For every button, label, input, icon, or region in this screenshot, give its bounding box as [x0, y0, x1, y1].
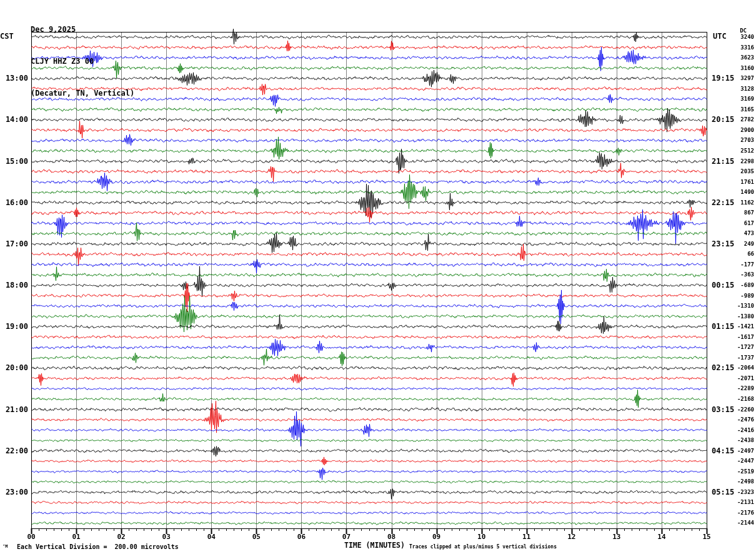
- dc-offset-value: -1421: [719, 321, 754, 332]
- clipping-note: Traces clipped at plus/minus 5 vertical …: [409, 544, 557, 550]
- dc-offset-value: 2703: [719, 135, 754, 146]
- cst-hour-label: 13:00: [0, 73, 28, 84]
- title-date: Dec 9,2025: [31, 24, 134, 35]
- vertical-division-note: Each Vertical Division = 200.00 microvol…: [17, 543, 179, 550]
- x-tick-label: 12: [560, 533, 583, 541]
- helicorder-page: { "title": { "date": "Dec 9,2025", "stat…: [0, 0, 756, 554]
- dc-offset-value: 2900: [719, 125, 754, 136]
- dc-offset-value: 2782: [719, 114, 754, 125]
- dc-offset-value: 3160: [719, 63, 754, 74]
- x-tick-label: 07: [335, 533, 357, 541]
- dc-offset-value: -2260: [719, 405, 754, 415]
- dc-offset-value: -2447: [719, 456, 754, 466]
- cst-hour-label: 17:00: [0, 239, 28, 249]
- dc-offset-value: -2176: [719, 508, 754, 518]
- cst-hour-label: 16:00: [0, 198, 28, 208]
- dc-offset-value: -2144: [719, 518, 754, 528]
- x-tick-label: 02: [110, 533, 132, 541]
- dc-offset-value: -2131: [719, 497, 754, 508]
- dc-offset-value: -2323: [719, 487, 754, 498]
- cst-hour-label: 19:00: [0, 321, 28, 332]
- dc-offset-value: 1490: [719, 187, 754, 198]
- cst-hour-label: 15:00: [0, 156, 28, 167]
- dc-offset-value: -2064: [719, 363, 754, 373]
- dc-offset-value: 2512: [719, 146, 754, 156]
- dc-offset-value: 867: [719, 208, 754, 218]
- cst-hour-label: 23:00: [0, 487, 28, 498]
- left-axis-header: CST: [0, 32, 14, 41]
- x-tick-label: 09: [425, 533, 448, 541]
- x-tick-label: 15: [695, 533, 718, 541]
- x-tick-label: 01: [65, 533, 87, 541]
- dc-offset-value: -1310: [719, 301, 754, 311]
- dc-offset-value: 617: [719, 218, 754, 229]
- dc-offset-value: -2498: [719, 476, 754, 487]
- dc-offset-value: -2519: [719, 466, 754, 477]
- x-tick-label: 00: [20, 533, 42, 541]
- dc-offset-value: 3169: [719, 94, 754, 104]
- dc-offset-value: -2416: [719, 425, 754, 436]
- dc-offset-value: -2289: [719, 383, 754, 394]
- dc-offset-value: -1737: [719, 353, 754, 363]
- dc-offset-value: 3297: [719, 73, 754, 84]
- x-tick-label: 08: [380, 533, 403, 541]
- dc-offset-value: 2298: [719, 156, 754, 167]
- dc-offset-value: -363: [719, 269, 754, 280]
- dc-offset-value: 1162: [719, 198, 754, 208]
- dc-offset-value: -2071: [719, 373, 754, 384]
- dc-offset-value: -1380: [719, 311, 754, 322]
- dc-offset-value: 3316: [719, 43, 754, 53]
- dc-offset-value: -2168: [719, 394, 754, 405]
- cst-hour-label: 20:00: [0, 363, 28, 373]
- x-axis-label: TIME (MINUTES): [344, 541, 405, 550]
- dc-offset-value: 473: [719, 228, 754, 239]
- cst-hour-label: 14:00: [0, 114, 28, 125]
- dc-offset-value: -2438: [719, 435, 754, 446]
- dc-offset-value: -177: [719, 259, 754, 270]
- dc-offset-value: 66: [719, 249, 754, 259]
- dc-offset-value: -689: [719, 280, 754, 291]
- dc-offset-value: 3165: [719, 104, 754, 115]
- dc-offset-value: 3240: [719, 32, 754, 43]
- cst-hour-label: 18:00: [0, 280, 28, 291]
- plot-title: Dec 9,2025 CLJY HHZ Z3 00 (Decatur, TN, …: [31, 3, 134, 109]
- dc-offset-value: 1761: [719, 177, 754, 188]
- dc-offset-value: -1727: [719, 342, 754, 353]
- x-tick-label: 14: [650, 533, 673, 541]
- dc-offset-value: 249: [719, 239, 754, 249]
- cst-hour-label: 21:00: [0, 405, 28, 415]
- cst-hour-label: 22:00: [0, 446, 28, 456]
- y-scale-marker: ʼM: [2, 544, 7, 549]
- x-tick-label: 11: [515, 533, 538, 541]
- x-tick-label: 05: [245, 533, 267, 541]
- x-tick-label: 10: [470, 533, 493, 541]
- x-tick-label: 03: [155, 533, 177, 541]
- dc-offset-value: 3623: [719, 53, 754, 63]
- dc-offset-value: 3128: [719, 84, 754, 94]
- dc-offset-value: -2476: [719, 415, 754, 425]
- dc-offset-value: -2497: [719, 446, 754, 456]
- dc-offset-value: 2035: [719, 166, 754, 177]
- x-tick-label: 06: [290, 533, 312, 541]
- dc-offset-value: -1617: [719, 332, 754, 343]
- x-tick-label: 13: [605, 533, 628, 541]
- title-location: (Decatur, TN, Vertical): [31, 88, 134, 99]
- dc-offset-value: -989: [719, 291, 754, 301]
- title-station: CLJY HHZ Z3 00: [31, 56, 134, 67]
- x-tick-label: 04: [200, 533, 222, 541]
